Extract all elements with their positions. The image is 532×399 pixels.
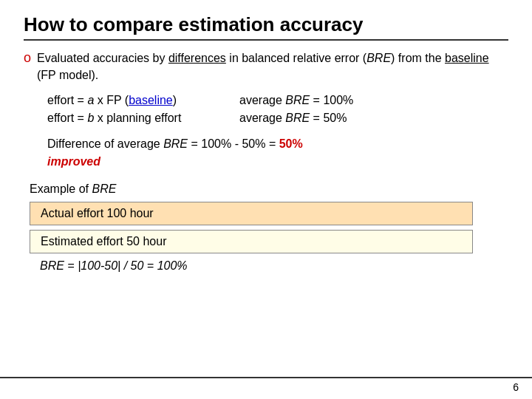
eq1-pre: effort = xyxy=(47,94,87,106)
bre-italic-diff: BRE xyxy=(163,137,188,150)
bullet-section: o Evaluated accuracies by differences in… xyxy=(24,50,508,83)
eq1-close: ) xyxy=(173,94,177,106)
bullet-text-part1: Evaluated accuracies by xyxy=(37,52,168,64)
difference-improved: improved xyxy=(47,155,100,168)
slide: How to compare estimation accuracy o Eva… xyxy=(0,0,532,399)
eq1-right-post: = 100% xyxy=(310,94,353,106)
bottom-border xyxy=(0,377,532,378)
eq1-right-bre: BRE xyxy=(285,94,310,106)
eq2-post: x planning effort xyxy=(94,112,181,124)
equation-right-1: average BRE = 100% xyxy=(239,94,353,107)
eq1-right-pre: average xyxy=(239,94,285,106)
example-label-bre: BRE xyxy=(92,183,116,195)
example-section: Example of BRE Actual effort 100 hour Es… xyxy=(30,183,508,273)
difference-text: Difference of average BRE = 100% - 50% =… xyxy=(47,137,303,150)
example-label: Example of BRE xyxy=(30,183,508,196)
bullet-text-part3: ) from the xyxy=(391,52,445,64)
bullet-icon: o xyxy=(24,50,31,66)
eq2-var: b xyxy=(87,112,94,124)
bullet-bre: BRE xyxy=(366,52,391,64)
page-number: 6 xyxy=(513,381,519,393)
eq2-right-bre: BRE xyxy=(285,112,310,124)
eq2-right-pre: average xyxy=(239,112,285,124)
example-label-pre: Example of xyxy=(30,183,92,195)
bullet-baseline: baseline xyxy=(445,52,489,64)
bullet-text: Evaluated accuracies by differences in b… xyxy=(37,50,508,83)
eq1-var: a xyxy=(87,94,94,106)
slide-title: How to compare estimation accuracy xyxy=(24,13,363,35)
equation-row-2: effort = b x planning effort average BRE… xyxy=(47,112,508,125)
title-bar: How to compare estimation accuracy xyxy=(24,13,508,41)
eq1-colored: baseline xyxy=(129,94,173,106)
eq2-right-post: = 50% xyxy=(310,112,347,124)
estimated-effort-label: Estimated effort 50 hour xyxy=(41,235,166,248)
bullet-differences: differences xyxy=(168,52,226,64)
bullet-text-part2: in balanced relative error ( xyxy=(226,52,366,64)
bullet-text-part4: (FP model). xyxy=(37,69,98,81)
actual-effort-label: Actual effort 100 hour xyxy=(41,207,154,219)
bre-formula-text: BRE = |100-50| / 50 = 100% xyxy=(40,259,188,272)
equation-left-1: effort = a x FP (baseline) xyxy=(47,94,239,107)
eq1-post: x FP ( xyxy=(94,94,129,106)
difference-bold-colored: 50% xyxy=(279,137,303,150)
equation-left-2: effort = b x planning effort xyxy=(47,112,239,125)
equation-right-2: average BRE = 50% xyxy=(239,112,347,125)
equations-section: effort = a x FP (baseline) average BRE =… xyxy=(47,94,508,125)
actual-effort-box: Actual effort 100 hour xyxy=(30,202,473,225)
eq2-pre: effort = xyxy=(47,112,87,124)
estimated-effort-box: Estimated effort 50 hour xyxy=(30,230,473,253)
difference-section: Difference of average BRE = 100% - 50% =… xyxy=(47,135,508,171)
equation-row-1: effort = a x FP (baseline) average BRE =… xyxy=(47,94,508,107)
bre-formula: BRE = |100-50| / 50 = 100% xyxy=(40,259,508,273)
